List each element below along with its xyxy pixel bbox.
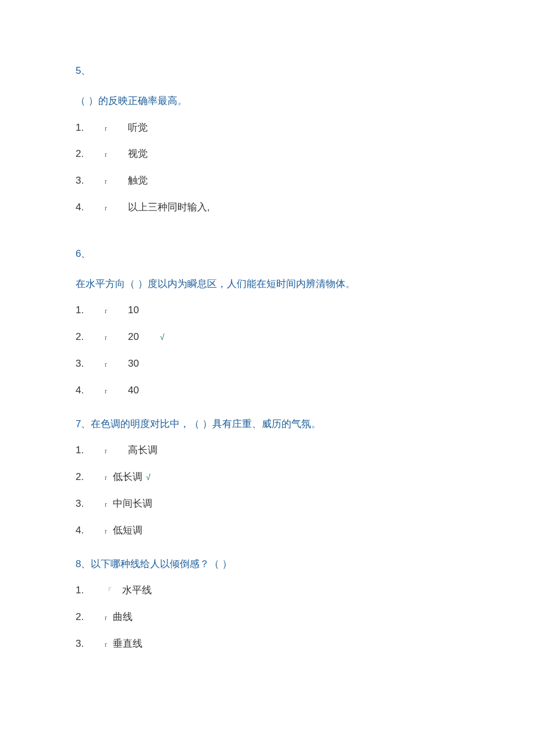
- option-text: 水平线: [122, 583, 152, 597]
- option-text: 以上三种同时输入,: [128, 200, 210, 214]
- option-text: 低短调: [113, 524, 142, 538]
- option-text: 低长调: [113, 470, 142, 484]
- option-number: 1.: [76, 583, 105, 597]
- q7-option-4: 4. r 低短调: [76, 524, 500, 538]
- question-6-number: 6、: [76, 247, 500, 261]
- q5-option-1: 1. r 听觉: [76, 121, 500, 135]
- q7-option-3: 3. r 中间长调: [76, 497, 500, 511]
- option-text: 30: [128, 357, 139, 371]
- option-text: 中间长调: [113, 497, 152, 511]
- radio-icon[interactable]: r: [105, 333, 128, 343]
- option-text: 40: [128, 384, 139, 397]
- radio-icon[interactable]: r: [105, 150, 128, 160]
- q7-option-2: 2. r 低长调 √: [76, 470, 500, 484]
- q8-option-1: 1. 「 水平线: [76, 583, 500, 597]
- q7-option-1: 1. r 高长调: [76, 443, 500, 457]
- option-number: 2.: [76, 330, 105, 344]
- option-text: 视觉: [128, 147, 148, 161]
- option-number: 3.: [76, 497, 105, 511]
- spacer: [76, 227, 500, 247]
- option-number: 3.: [76, 637, 105, 651]
- radio-icon[interactable]: r: [105, 177, 128, 187]
- option-text: 听觉: [128, 121, 148, 135]
- radio-icon[interactable]: r: [105, 386, 128, 396]
- question-5-number: 5、: [76, 64, 500, 78]
- q8-option-3: 3. r 垂直线: [76, 637, 500, 651]
- radio-icon[interactable]: r: [105, 613, 113, 623]
- option-number: 1.: [76, 303, 105, 317]
- radio-icon[interactable]: r: [105, 203, 128, 213]
- radio-icon[interactable]: r: [105, 640, 113, 650]
- option-number: 2.: [76, 470, 105, 484]
- option-text: 高长调: [128, 443, 158, 457]
- radio-icon[interactable]: r: [105, 306, 128, 316]
- radio-icon[interactable]: r: [105, 500, 113, 510]
- option-number: 4.: [76, 384, 105, 397]
- check-mark-icon: √: [160, 332, 165, 343]
- q8-option-2: 2. r 曲线: [76, 610, 500, 624]
- radio-icon[interactable]: r: [105, 446, 128, 456]
- option-text: 触觉: [128, 174, 148, 188]
- option-number: 4.: [76, 200, 105, 214]
- option-number: 1.: [76, 443, 105, 457]
- question-5-text: （ ）的反映正确率最高。: [76, 94, 500, 108]
- radio-icon[interactable]: 「: [105, 586, 122, 596]
- option-number: 1.: [76, 121, 105, 135]
- option-number: 2.: [76, 610, 105, 624]
- check-mark-icon: √: [146, 472, 151, 483]
- question-7-text: 7、在色调的明度对比中，（ ）具有庄重、威历的气氛。: [76, 417, 500, 431]
- question-8-text: 8、以下哪种线给人以倾倒感？（ ）: [76, 557, 500, 571]
- option-number: 3.: [76, 174, 105, 188]
- radio-icon[interactable]: r: [105, 526, 113, 536]
- option-number: 2.: [76, 147, 105, 161]
- option-number: 4.: [76, 524, 105, 538]
- q6-option-4: 4. r 40: [76, 384, 500, 397]
- document-page: 5、 （ ）的反映正确率最高。 1. r 听觉 2. r 视觉 3. r 触觉 …: [0, 0, 535, 698]
- q6-option-2: 2. r 20 √: [76, 330, 500, 344]
- option-text: 10: [128, 303, 139, 317]
- option-text: 垂直线: [113, 637, 142, 651]
- radio-icon[interactable]: r: [105, 124, 128, 134]
- q5-option-4: 4. r 以上三种同时输入,: [76, 200, 500, 214]
- option-text: 曲线: [113, 610, 133, 624]
- q5-option-2: 2. r 视觉: [76, 147, 500, 161]
- option-number: 3.: [76, 357, 105, 371]
- q5-option-3: 3. r 触觉: [76, 174, 500, 188]
- option-text: 20: [128, 330, 139, 344]
- q6-option-3: 3. r 30: [76, 357, 500, 371]
- radio-icon[interactable]: r: [105, 473, 113, 483]
- question-6-text: 在水平方向（ ）度以内为瞬息区，人们能在短时间内辨清物体。: [76, 277, 500, 291]
- q6-option-1: 1. r 10: [76, 303, 500, 317]
- radio-icon[interactable]: r: [105, 360, 128, 370]
